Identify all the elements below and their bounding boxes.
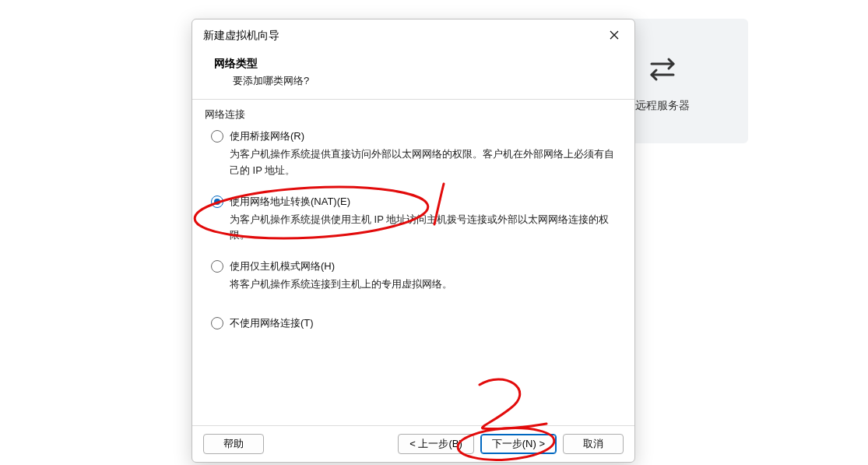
radio-icon [211, 196, 223, 208]
close-button[interactable] [602, 26, 627, 46]
wizard-header: 网络类型 要添加哪类网络? [192, 51, 634, 99]
titlebar: 新建虚拟机向导 [192, 19, 634, 51]
network-options-group: 使用桥接网络(R) 为客户机操作系统提供直接访问外部以太网网络的权限。客户机在外… [203, 129, 624, 330]
radio-hostonly-input[interactable]: 使用仅主机模式网络(H) [211, 259, 624, 273]
cancel-button[interactable]: 取消 [563, 434, 624, 454]
page-title: 网络类型 [214, 57, 613, 71]
radio-icon [211, 130, 223, 143]
radio-hostonly-desc: 将客户机操作系统连接到主机上的专用虚拟网络。 [230, 277, 619, 293]
remote-server-label: 远程服务器 [635, 99, 690, 113]
radio-nat: 使用网络地址转换(NAT)(E) 为客户机操作系统提供使用主机 IP 地址访问主… [211, 195, 624, 245]
radio-nat-input[interactable]: 使用网络地址转换(NAT)(E) [211, 195, 624, 209]
dialog-title: 新建虚拟机向导 [203, 29, 279, 43]
radio-bridged-input[interactable]: 使用桥接网络(R) [211, 129, 624, 143]
radio-bridged: 使用桥接网络(R) 为客户机操作系统提供直接访问外部以太网网络的权限。客户机在外… [211, 129, 624, 179]
radio-nat-desc: 为客户机操作系统提供使用主机 IP 地址访问主机拨号连接或外部以太网网络连接的权… [230, 212, 619, 245]
network-connection-label: 网络连接 [203, 107, 624, 122]
radio-none-label: 不使用网络连接(T) [230, 316, 314, 330]
wizard-buttonbar: 帮助 < 上一步(B) 下一步(N) > 取消 [192, 426, 634, 462]
help-button[interactable]: 帮助 [203, 434, 264, 454]
next-button[interactable]: 下一步(N) > [480, 434, 557, 454]
new-vm-wizard-dialog: 新建虚拟机向导 网络类型 要添加哪类网络? 网络连接 使用桥接网络(R) 为客户… [192, 19, 635, 463]
transfer-icon [644, 50, 681, 90]
radio-none: 不使用网络连接(T) [211, 316, 624, 330]
radio-bridged-desc: 为客户机操作系统提供直接访问外部以太网网络的权限。客户机在外部网络上必须有自己的… [230, 146, 619, 179]
radio-none-input[interactable]: 不使用网络连接(T) [211, 316, 624, 330]
radio-hostonly: 使用仅主机模式网络(H) 将客户机操作系统连接到主机上的专用虚拟网络。 [211, 259, 624, 293]
radio-icon [211, 260, 223, 273]
radio-bridged-label: 使用桥接网络(R) [230, 129, 304, 143]
back-button[interactable]: < 上一步(B) [398, 434, 474, 454]
wizard-content: 网络连接 使用桥接网络(R) 为客户机操作系统提供直接访问外部以太网网络的权限。… [192, 99, 634, 426]
radio-icon [211, 317, 223, 329]
radio-hostonly-label: 使用仅主机模式网络(H) [230, 259, 335, 273]
close-icon [610, 30, 619, 42]
radio-nat-label: 使用网络地址转换(NAT)(E) [230, 195, 350, 209]
page-subtitle: 要添加哪类网络? [233, 74, 613, 88]
